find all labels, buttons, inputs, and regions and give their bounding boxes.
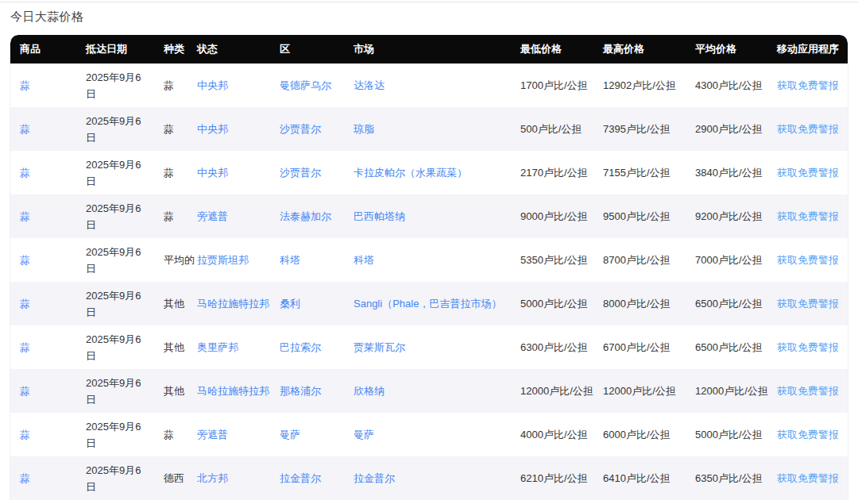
state-link[interactable]: 旁遮普 [197, 210, 228, 222]
table-row: 蒜 2025年9月6日 其他 奥里萨邦 巴拉索尔 贾莱斯瓦尔 6300卢比/公担… [10, 325, 848, 369]
min-price: 4000卢比/公担 [520, 428, 603, 442]
arrival-date: 2025年9月6日 [86, 331, 149, 364]
avg-price: 2900卢比/公担 [695, 122, 777, 137]
variety-value: 德西 [164, 471, 197, 486]
arrival-date: 2025年9月6日 [86, 375, 149, 408]
commodity-link[interactable]: 蒜 [20, 429, 30, 441]
variety-value: 平均的 [164, 253, 197, 267]
column-header-arrival_date: 抵达日期 [86, 42, 164, 56]
max-price: 8000卢比/公担 [603, 297, 695, 311]
table-row: 蒜 2025年9月6日 蒜 中央邦 沙贾普尔 琼脂 500卢比/公担 7395卢… [10, 107, 848, 151]
district-link[interactable]: 拉金普尔 [280, 472, 321, 484]
table-row: 蒜 2025年9月6日 其他 马哈拉施特拉邦 桑利 Sangli（Phale，巴… [10, 282, 848, 325]
variety-value: 蒜 [164, 428, 197, 442]
commodity-link[interactable]: 蒜 [20, 385, 30, 397]
column-header-district: 区 [280, 42, 354, 56]
min-price: 6210卢比/公担 [520, 471, 603, 486]
market-link[interactable]: 巴西帕塔纳 [354, 210, 405, 222]
table-body: 蒜 2025年9月6日 蒜 中央邦 曼德萨乌尔 达洛达 1700卢比/公担 12… [10, 63, 848, 500]
district-link[interactable]: 沙贾普尔 [280, 167, 321, 179]
market-link[interactable]: Sangli（Phale，巴吉普拉市场） [354, 298, 501, 310]
district-link[interactable]: 法泰赫加尔 [280, 210, 331, 222]
table-row: 蒜 2025年9月6日 其他 马哈拉施特拉邦 那格浦尔 欣格纳 12000卢比/… [10, 369, 848, 413]
district-link[interactable]: 桑利 [280, 298, 300, 310]
state-link[interactable]: 拉贾斯坦邦 [197, 254, 249, 266]
market-link[interactable]: 欣格纳 [354, 385, 385, 397]
max-price: 12000卢比/公担 [603, 384, 695, 398]
table-row: 蒜 2025年9月6日 蒜 旁遮普 法泰赫加尔 巴西帕塔纳 9000卢比/公担 … [10, 194, 848, 238]
garlic-price-table: 商品抵达日期种类状态区市场最低价格最高价格平均价格移动应用程序 蒜 2025年9… [10, 35, 848, 500]
column-header-app: 移动应用程序 [777, 42, 848, 56]
commodity-link[interactable]: 蒜 [20, 254, 30, 266]
market-link[interactable]: 曼萨 [354, 429, 374, 441]
district-link[interactable]: 那格浦尔 [280, 385, 321, 397]
district-link[interactable]: 科塔 [280, 254, 300, 266]
min-price: 500卢比/公担 [520, 122, 603, 137]
free-alert-link[interactable]: 获取免费警报 [777, 79, 839, 91]
max-price: 7155卢比/公担 [603, 166, 695, 180]
market-link[interactable]: 贾莱斯瓦尔 [354, 341, 405, 353]
commodity-link[interactable]: 蒜 [20, 123, 30, 135]
commodity-link[interactable]: 蒜 [20, 298, 30, 310]
avg-price: 12000卢比/公担 [695, 384, 777, 398]
market-link[interactable]: 卡拉皮帕尔（水果蔬菜） [354, 167, 467, 179]
state-link[interactable]: 中央邦 [197, 123, 228, 135]
district-link[interactable]: 巴拉索尔 [280, 341, 321, 353]
district-link[interactable]: 曼萨 [280, 429, 300, 441]
page-title: 今日大蒜价格 [10, 10, 858, 25]
arrival-date: 2025年9月6日 [86, 287, 149, 321]
commodity-link[interactable]: 蒜 [20, 472, 30, 484]
variety-value: 其他 [164, 384, 197, 398]
commodity-link[interactable]: 蒜 [20, 210, 30, 222]
state-link[interactable]: 中央邦 [197, 167, 228, 179]
free-alert-link[interactable]: 获取免费警报 [777, 210, 839, 222]
state-link[interactable]: 奥里萨邦 [197, 341, 238, 353]
free-alert-link[interactable]: 获取免费警报 [777, 472, 839, 484]
table-row: 蒜 2025年9月6日 蒜 中央邦 沙贾普尔 卡拉皮帕尔（水果蔬菜） 2170卢… [10, 151, 848, 194]
free-alert-link[interactable]: 获取免费警报 [777, 385, 839, 397]
district-link[interactable]: 沙贾普尔 [280, 123, 321, 135]
commodity-link[interactable]: 蒜 [20, 167, 30, 179]
arrival-date: 2025年9月6日 [86, 156, 149, 190]
max-price: 6700卢比/公担 [603, 340, 695, 355]
max-price: 7395卢比/公担 [603, 122, 695, 137]
state-link[interactable]: 马哈拉施特拉邦 [197, 385, 269, 397]
free-alert-link[interactable]: 获取免费警报 [777, 429, 839, 441]
column-header-min_price: 最低价格 [520, 42, 603, 56]
table-header-row: 商品抵达日期种类状态区市场最低价格最高价格平均价格移动应用程序 [10, 35, 848, 63]
table-row: 蒜 2025年9月6日 平均的 拉贾斯坦邦 科塔 科塔 5350卢比/公担 87… [10, 238, 848, 282]
state-link[interactable]: 旁遮普 [197, 429, 228, 441]
state-link[interactable]: 北方邦 [197, 472, 228, 484]
min-price: 6300卢比/公担 [520, 340, 603, 355]
column-header-max_price: 最高价格 [603, 42, 695, 56]
market-link[interactable]: 拉金普尔 [354, 472, 395, 484]
arrival-date: 2025年9月6日 [86, 244, 149, 277]
arrival-date: 2025年9月6日 [86, 462, 149, 495]
arrival-date: 2025年9月6日 [86, 418, 149, 452]
state-link[interactable]: 马哈拉施特拉邦 [197, 298, 269, 310]
free-alert-link[interactable]: 获取免费警报 [777, 254, 839, 266]
market-link[interactable]: 科塔 [354, 254, 374, 266]
free-alert-link[interactable]: 获取免费警报 [777, 167, 839, 179]
max-price: 12902卢比/公担 [603, 79, 695, 93]
arrival-date: 2025年9月6日 [86, 69, 149, 102]
min-price: 2170卢比/公担 [520, 166, 603, 180]
table-row: 蒜 2025年9月6日 蒜 中央邦 曼德萨乌尔 达洛达 1700卢比/公担 12… [10, 63, 848, 107]
state-link[interactable]: 中央邦 [197, 79, 228, 91]
free-alert-link[interactable]: 获取免费警报 [777, 298, 839, 310]
arrival-date: 2025年9月6日 [86, 113, 149, 146]
min-price: 5000卢比/公担 [520, 297, 603, 311]
variety-value: 蒜 [164, 210, 197, 224]
free-alert-link[interactable]: 获取免费警报 [777, 123, 839, 135]
avg-price: 6350卢比/公担 [695, 471, 777, 486]
avg-price: 9200卢比/公担 [695, 210, 777, 224]
min-price: 5350卢比/公担 [520, 253, 603, 267]
avg-price: 7000卢比/公担 [695, 253, 777, 267]
free-alert-link[interactable]: 获取免费警报 [777, 341, 839, 353]
commodity-link[interactable]: 蒜 [20, 79, 30, 91]
district-link[interactable]: 曼德萨乌尔 [280, 79, 331, 91]
market-link[interactable]: 琼脂 [354, 123, 374, 135]
commodity-link[interactable]: 蒜 [20, 341, 30, 353]
market-link[interactable]: 达洛达 [354, 79, 385, 91]
column-header-variety: 种类 [164, 42, 197, 56]
